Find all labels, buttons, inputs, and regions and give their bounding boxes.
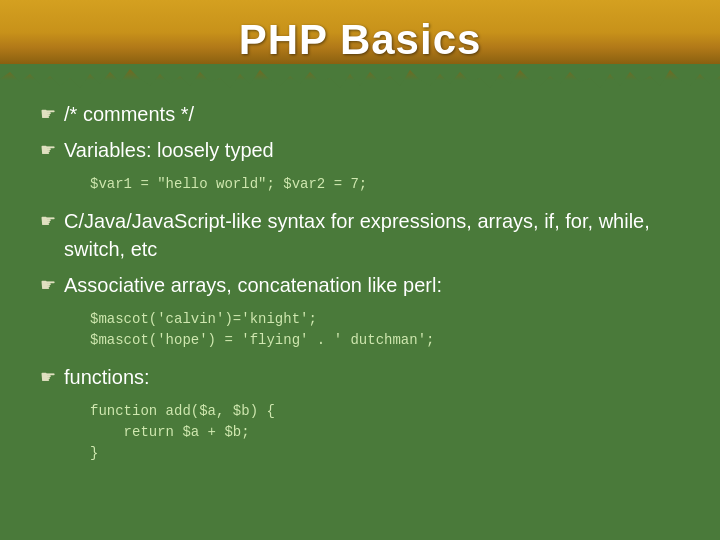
bullet-arrays: ☛ Associative arrays, concatenation like…	[40, 271, 680, 299]
bullet-comments: ☛ /* comments */	[40, 100, 680, 128]
bullet-text-variables: Variables: loosely typed	[64, 136, 274, 164]
code-arrays: $mascot('calvin')='knight'; $mascot('hop…	[90, 309, 680, 351]
slide: PHP Basics ☛ /* comments */ ☛ Variables:…	[0, 0, 720, 540]
code-variables: $var1 = "hello world"; $var2 = 7;	[90, 174, 680, 195]
bullet-icon-comments: ☛	[40, 102, 56, 127]
code-functions: function add($a, $b) { return $a + $b; }	[90, 401, 680, 464]
bullet-icon-arrays: ☛	[40, 273, 56, 298]
bullet-icon-functions: ☛	[40, 365, 56, 390]
bullet-text-functions: functions:	[64, 363, 150, 391]
bullet-text-syntax: C/Java/JavaScript-like syntax for expres…	[64, 207, 680, 263]
bullet-variables: ☛ Variables: loosely typed	[40, 136, 680, 164]
bullet-text-comments: /* comments */	[64, 100, 194, 128]
bullet-icon-syntax: ☛	[40, 209, 56, 234]
top-bar: PHP Basics	[0, 0, 720, 80]
bullet-functions: ☛ functions:	[40, 363, 680, 391]
content-area: ☛ /* comments */ ☛ Variables: loosely ty…	[0, 80, 720, 540]
bullet-syntax: ☛ C/Java/JavaScript-like syntax for expr…	[40, 207, 680, 263]
slide-title: PHP Basics	[239, 16, 482, 64]
bullet-icon-variables: ☛	[40, 138, 56, 163]
bullet-text-arrays: Associative arrays, concatenation like p…	[64, 271, 442, 299]
